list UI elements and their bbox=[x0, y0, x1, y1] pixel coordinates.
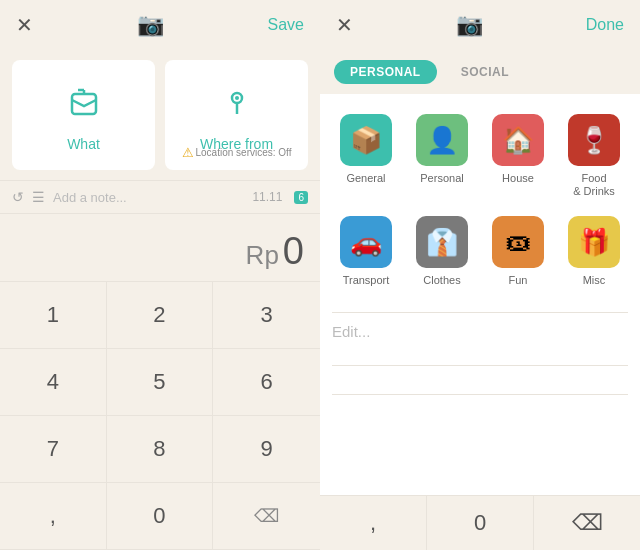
right-numpad-row: ,0⌫ bbox=[320, 495, 640, 550]
numpad-key-0[interactable]: 0 bbox=[107, 483, 214, 550]
category-name-personal: Personal bbox=[420, 172, 463, 185]
category-name-house: House bbox=[502, 172, 534, 185]
note-placeholder[interactable]: Add a note... bbox=[53, 190, 244, 205]
right-close-button[interactable]: ✕ bbox=[336, 13, 353, 37]
category-item-general[interactable]: 📦General bbox=[328, 106, 404, 208]
amount-display: Rp0 bbox=[0, 214, 320, 282]
right-panel: ✕ 📷 Done PERSONAL SOCIAL 📦General👤Person… bbox=[320, 0, 640, 550]
numpad-key-4[interactable]: 4 bbox=[0, 349, 107, 416]
where-from-icon bbox=[219, 84, 255, 128]
note-icon: ☰ bbox=[32, 189, 45, 205]
left-header: ✕ 📷 Save bbox=[0, 0, 320, 50]
numpad-key-,[interactable]: , bbox=[0, 483, 107, 550]
svg-point-4 bbox=[235, 96, 239, 100]
category-grid: 📦General👤Personal🏠House🍷Food& Drinks🚗Tra… bbox=[320, 94, 640, 306]
category-item-transport[interactable]: 🚗Transport bbox=[328, 208, 404, 297]
category-icon-general: 📦 bbox=[340, 114, 392, 166]
numpad-key-9[interactable]: 9 bbox=[213, 416, 320, 483]
where-from-card[interactable]: Where from ⚠ Location services: Off bbox=[165, 60, 308, 170]
numpad-key-3[interactable]: 3 bbox=[213, 282, 320, 349]
category-icon-house: 🏠 bbox=[492, 114, 544, 166]
numpad-key-8[interactable]: 8 bbox=[107, 416, 214, 483]
note-row[interactable]: ↺ ☰ Add a note... 11.11 6 bbox=[0, 180, 320, 214]
refresh-icon: ↺ bbox=[12, 189, 24, 205]
what-card[interactable]: What bbox=[12, 60, 155, 170]
location-warning: ⚠ Location services: Off bbox=[170, 143, 304, 164]
left-numpad: 123456789,0⌫ bbox=[0, 282, 320, 550]
category-item-food-&-drinks[interactable]: 🍷Food& Drinks bbox=[556, 106, 632, 208]
svg-rect-0 bbox=[72, 94, 96, 114]
category-name-food
& drinks: Food& Drinks bbox=[573, 172, 615, 198]
backspace-key[interactable]: ⌫ bbox=[213, 483, 320, 550]
right-camera-icon[interactable]: 📷 bbox=[456, 12, 483, 38]
tab-personal[interactable]: PERSONAL bbox=[334, 60, 437, 84]
amount-value: 0 bbox=[283, 230, 304, 272]
left-camera-icon[interactable]: 📷 bbox=[137, 12, 164, 38]
category-name-clothes: Clothes bbox=[423, 274, 460, 287]
note-date: 11.11 bbox=[252, 190, 282, 204]
numpad-key-1[interactable]: 1 bbox=[0, 282, 107, 349]
category-icon-food
& drinks: 🍷 bbox=[568, 114, 620, 166]
right-done-button[interactable]: Done bbox=[586, 16, 624, 34]
tabs-row: PERSONAL SOCIAL bbox=[320, 50, 640, 94]
category-item-personal[interactable]: 👤Personal bbox=[404, 106, 480, 208]
currency-label: Rp bbox=[246, 240, 279, 270]
category-item-fun[interactable]: 🎟Fun bbox=[480, 208, 556, 297]
category-icon-misc: 🎁 bbox=[568, 216, 620, 268]
category-item-misc[interactable]: 🎁Misc bbox=[556, 208, 632, 297]
left-save-button[interactable]: Save bbox=[268, 16, 304, 34]
edit-line bbox=[332, 365, 628, 366]
note-badge: 6 bbox=[294, 191, 308, 204]
what-label: What bbox=[67, 136, 100, 152]
category-name-transport: Transport bbox=[343, 274, 390, 287]
left-panel: ✕ 📷 Save What W bbox=[0, 0, 320, 550]
category-item-house[interactable]: 🏠House bbox=[480, 106, 556, 208]
warning-icon: ⚠ bbox=[182, 145, 194, 160]
numpad-key-7[interactable]: 7 bbox=[0, 416, 107, 483]
category-icon-clothes: 👔 bbox=[416, 216, 468, 268]
edit-placeholder: Edit... bbox=[332, 323, 370, 340]
numpad-key-2[interactable]: 2 bbox=[107, 282, 214, 349]
right-header: ✕ 📷 Done bbox=[320, 0, 640, 50]
category-item-clothes[interactable]: 👔Clothes bbox=[404, 208, 480, 297]
category-name-general: General bbox=[346, 172, 385, 185]
right-backspace-key[interactable]: ⌫ bbox=[534, 496, 640, 550]
numpad-key-5[interactable]: 5 bbox=[107, 349, 214, 416]
category-name-misc: Misc bbox=[583, 274, 606, 287]
category-icon-personal: 👤 bbox=[416, 114, 468, 166]
edit-line-2 bbox=[332, 394, 628, 395]
what-icon bbox=[66, 84, 102, 128]
category-name-fun: Fun bbox=[509, 274, 528, 287]
cards-row: What Where from ⚠ Location services: Off bbox=[0, 50, 320, 180]
tab-social[interactable]: SOCIAL bbox=[445, 60, 525, 84]
category-icon-transport: 🚗 bbox=[340, 216, 392, 268]
right-numpad-key-0[interactable]: 0 bbox=[427, 496, 534, 550]
numpad-key-6[interactable]: 6 bbox=[213, 349, 320, 416]
left-close-button[interactable]: ✕ bbox=[16, 13, 33, 37]
edit-area[interactable]: Edit... bbox=[332, 312, 628, 495]
category-icon-fun: 🎟 bbox=[492, 216, 544, 268]
right-numpad-key-,[interactable]: , bbox=[320, 496, 427, 550]
